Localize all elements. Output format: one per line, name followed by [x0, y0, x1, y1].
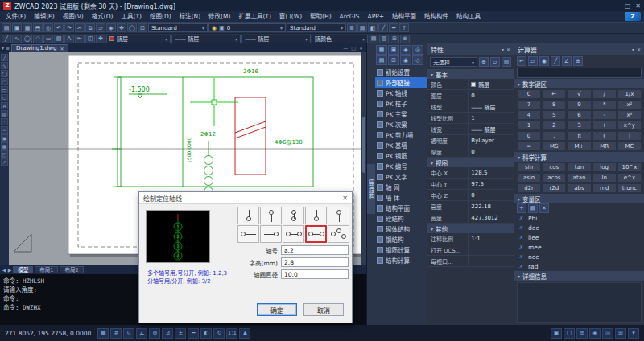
variable-row[interactable]: x nee: [514, 252, 644, 261]
table-tool-icon[interactable]: ▦: [1, 142, 8, 150]
lineweight-icon[interactable]: ━: [389, 23, 398, 32]
layout-tab[interactable]: 布局1: [35, 266, 58, 273]
property-row[interactable]: 线宽 —— 随层: [427, 124, 514, 135]
calc-sci-key[interactable]: ln: [592, 173, 617, 183]
palette-item[interactable]: 轴 网: [375, 182, 427, 192]
palette-item[interactable]: 砌体结构: [375, 224, 427, 234]
save-icon[interactable]: ▦: [23, 23, 32, 32]
axis-style-button[interactable]: [237, 225, 259, 243]
polar-toggle-icon[interactable]: ∠: [136, 328, 147, 339]
workspace-icon[interactable]: ≡: [576, 328, 588, 339]
status-menu-icon[interactable]: ▾: [628, 328, 639, 339]
pal-tools-icon[interactable]: ◇: [412, 55, 423, 65]
calc-key[interactable]: (: [592, 131, 617, 141]
properties-icon[interactable]: ▤: [369, 35, 378, 43]
calc-key[interactable]: 1/x: [617, 89, 642, 99]
dialog-field-input[interactable]: a,2: [281, 245, 349, 255]
calc-sci-key[interactable]: atan: [567, 173, 591, 183]
calc-sci-key[interactable]: cos: [542, 162, 566, 172]
palette-item[interactable]: PK 主梁: [375, 109, 427, 119]
grid-toggle-icon[interactable]: #: [110, 328, 122, 339]
calc-key[interactable]: M+: [567, 142, 591, 151]
line-icon[interactable]: ╱: [2, 35, 11, 43]
menu-item[interactable]: 修改(M): [204, 11, 234, 22]
calculator-display[interactable]: [517, 68, 642, 78]
calc-sci-key[interactable]: 10^x: [617, 162, 642, 172]
section-scientific[interactable]: ▾科学计算: [514, 152, 644, 162]
menu-item[interactable]: APP+: [364, 11, 388, 22]
copy-icon[interactable]: ⧉: [85, 23, 95, 32]
help-icon[interactable]: ?: [399, 23, 409, 32]
scrollbar-thumb[interactable]: [362, 117, 365, 173]
calc-distance-icon[interactable]: ╱: [551, 56, 560, 66]
property-row[interactable]: 高度 222.18: [427, 201, 514, 212]
variable-row[interactable]: x mee: [514, 242, 644, 252]
arc-icon[interactable]: ◠: [33, 35, 43, 43]
axis-style-button[interactable]: [260, 225, 282, 243]
menu-item[interactable]: 结构平面: [388, 11, 420, 22]
toggle-pickadd-icon[interactable]: ⊕: [479, 57, 489, 67]
layout-prev-icon[interactable]: ◀: [2, 267, 6, 273]
annotation-icon[interactable]: ▲: [239, 328, 250, 339]
calc-key[interactable]: 8: [542, 100, 566, 109]
delete-variable-icon[interactable]: ✕: [539, 203, 549, 213]
dialog-close-icon[interactable]: ✕: [342, 195, 348, 202]
hatch-tool-icon[interactable]: ▨: [1, 110, 8, 117]
panel-close-icon[interactable]: ✕: [506, 47, 510, 52]
pal-home-icon[interactable]: ▦: [376, 45, 387, 55]
variable-row[interactable]: x Phi: [514, 213, 644, 223]
new-icon[interactable]: ▤: [2, 23, 11, 32]
property-row[interactable]: 线型比例 1: [427, 113, 514, 124]
color-icon[interactable]: ◧: [368, 23, 378, 32]
menu-item[interactable]: 文件(F): [2, 11, 30, 22]
calc-key[interactable]: 4: [517, 110, 541, 120]
calc-key[interactable]: =: [517, 142, 541, 151]
menu-item[interactable]: 视图(V): [59, 11, 88, 22]
layout-next-icon[interactable]: ▶: [8, 267, 12, 273]
palette-item[interactable]: 结构计算: [375, 255, 427, 265]
palette-item[interactable]: 钢结构: [375, 234, 427, 244]
palette-item[interactable]: PK 柱子: [375, 98, 427, 109]
doc-close-icon[interactable]: ✕: [359, 45, 363, 51]
menu-item[interactable]: 帮助(H): [306, 11, 336, 22]
tab-list-icon[interactable]: ≣: [6, 45, 10, 51]
property-row[interactable]: 注释比例 1:1: [427, 233, 514, 244]
axis-style-button[interactable]: [305, 207, 327, 224]
section-numpad[interactable]: ▾数字键区: [514, 79, 644, 88]
property-row[interactable]: 中心 X 128.5: [427, 167, 514, 179]
doc-restore-icon[interactable]: □: [351, 45, 356, 51]
property-row[interactable]: 打开 UCS...: [427, 244, 514, 256]
ortho-toggle-icon[interactable]: ∟: [123, 328, 134, 339]
line-tool-icon[interactable]: ╱: [1, 54, 8, 61]
axis-style-button[interactable]: [305, 225, 327, 243]
palette-side-tab[interactable]: 中望结构: [367, 164, 375, 214]
dialog-field-input[interactable]: 2.8: [281, 257, 349, 267]
new-variable-icon[interactable]: +: [517, 203, 526, 213]
otrack-toggle-icon[interactable]: ⊿: [162, 328, 173, 339]
calc-key[interactable]: 9: [567, 100, 591, 109]
calc-key[interactable]: -: [592, 110, 617, 120]
pal-grid-icon[interactable]: ⊞: [388, 55, 399, 65]
calc-sci-key[interactable]: log: [592, 162, 617, 172]
region-tool-icon[interactable]: ◰: [1, 150, 8, 158]
layout-tab[interactable]: 模型: [13, 266, 33, 273]
calc-key[interactable]: π: [567, 131, 591, 141]
calc-sci-key[interactable]: sin: [517, 162, 541, 172]
calc-key[interactable]: x^y: [617, 121, 642, 130]
property-row[interactable]: 透明度 ByLayer: [427, 135, 514, 146]
tab-close-icon[interactable]: ✕: [60, 46, 64, 51]
menu-item[interactable]: 编辑(E): [30, 11, 59, 22]
spline-tool-icon[interactable]: ~: [1, 126, 8, 134]
property-row[interactable]: 每视口...: [427, 256, 514, 267]
property-row[interactable]: 颜色 随层: [427, 79, 514, 90]
calc-key[interactable]: 0: [517, 131, 541, 141]
edit-variable-icon[interactable]: ▤: [528, 203, 538, 213]
dyn-toggle-icon[interactable]: ±: [175, 328, 186, 339]
pal-view-icon[interactable]: ◉: [400, 55, 411, 65]
layer-combo[interactable]: ◉ ▣ 0▾: [208, 23, 286, 32]
select-objects-icon[interactable]: ▱: [490, 57, 500, 67]
paper-space-icon[interactable]: ▢: [564, 328, 575, 339]
linetype-icon[interactable]: ╱: [378, 23, 388, 32]
text-style-combo[interactable]: Standard▾: [148, 23, 208, 32]
model-space-icon[interactable]: ▣: [551, 328, 562, 339]
